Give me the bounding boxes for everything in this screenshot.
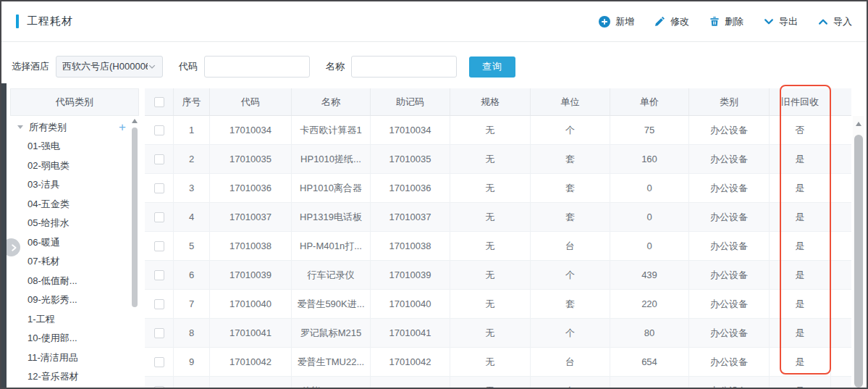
table-cell: HP-M401n打... [292,232,371,260]
row-checkbox-cell [145,232,174,260]
table-cell: 罗记鼠标M215 [292,319,371,347]
sidebar-scrollbar-thumb[interactable] [132,127,138,307]
table-scrollbar[interactable] [853,116,864,388]
table-row[interactable]: 117010034卡西欧计算器117010034无个75办公设备否 [145,116,851,145]
hotel-select-label: 选择酒店 [12,60,49,73]
table-row[interactable]: 1017010043佳能IPF510（17010043无套115办公设备是 [145,377,851,388]
table-cell: 17010041 [210,319,292,347]
table-cell: 1 [174,116,210,144]
row-checkbox[interactable] [154,212,164,222]
table-cell: 80 [610,319,689,347]
scroll-up-icon[interactable] [856,122,861,126]
table-cell: 无 [450,145,531,173]
row-checkbox[interactable] [154,183,164,193]
table-row[interactable]: 717010040爱普生590K进...17010040无套220办公设备是 [145,290,851,319]
table-row[interactable]: 217010035HP1010搓纸...17010035无套160办公设备是 [145,145,851,174]
hotel-select[interactable]: 西软六号店(H000006 [56,56,163,78]
row-checkbox-cell [145,261,174,289]
sidebar-scrollbar[interactable] [130,119,139,388]
row-filler [831,116,851,144]
sidebar-item[interactable]: 1-工程 [10,310,129,330]
row-checkbox[interactable] [154,386,164,388]
table-row[interactable]: 417010037HP1319电话板17010037无套0办公设备是 [145,203,851,232]
table-cell: 是 [770,290,831,318]
table-row[interactable]: 617010039行车记录仪17010039无个439办公设备是 [145,261,851,290]
row-checkbox[interactable] [154,299,164,309]
select-all-checkbox[interactable] [154,97,164,107]
row-checkbox[interactable] [154,241,164,251]
toolbar-button-label: 修改 [670,15,689,28]
table-cell: 75 [610,116,689,144]
table-cell: 办公设备 [689,319,770,347]
chevron-right-icon [9,243,18,252]
toolbar-button-label: 导入 [833,15,852,28]
table-cell: 17010037 [210,203,292,231]
table-cell: 个 [531,261,610,289]
sidebar-item[interactable]: 09-光影秀... [10,290,129,310]
table-cell: 套 [531,203,610,231]
row-filler [831,348,851,376]
import-button[interactable]: 导入 [818,15,852,28]
edit-button[interactable]: 修改 [654,15,689,28]
table-cell: 无 [450,290,531,318]
pencil-icon [654,16,665,27]
sidebar-item[interactable]: 02-弱电类 [10,156,129,176]
table-cell: 办公设备 [689,116,770,144]
table-scrollbar-thumb[interactable] [854,135,863,388]
table-cell: 17010035 [371,145,450,173]
row-checkbox[interactable] [154,270,164,280]
table-cell: 17010034 [210,116,292,144]
table-cell: 17010042 [371,348,450,376]
row-checkbox[interactable] [154,125,164,135]
sidebar-item[interactable]: 03-洁具 [10,175,129,195]
table-row[interactable]: 817010041罗记鼠标M21517010041无个80办公设备是 [145,319,851,348]
row-checkbox-cell [145,174,174,202]
row-checkbox-cell [145,203,174,231]
column-header: 单位 [531,88,610,115]
sidebar-item[interactable]: 12-音乐器材 [10,367,129,387]
table-cell: 无 [450,174,531,202]
row-checkbox[interactable] [154,357,164,367]
toolbar: 新增修改删除导出导入 [599,15,852,28]
engineering-consumables-page: 工程耗材 新增修改删除导出导入 选择酒店 西软六号店(H000006 代码 名称… [0,0,868,389]
tree-root-all-categories[interactable]: 所有类别 + [10,117,129,137]
table-cell: 办公设备 [689,290,770,318]
sidebar-item[interactable]: 10-使用部... [10,329,129,348]
table-cell: 17010042 [210,348,292,376]
sidebar-item[interactable]: 08-低值耐... [10,272,129,291]
table-cell: 17010041 [371,319,450,347]
sidebar-item[interactable]: 06-暖通 [10,233,129,253]
scroll-up-icon[interactable] [132,119,138,123]
table-cell: 个 [531,319,610,347]
sidebar-item[interactable]: 11-清洁用品 [10,348,129,368]
row-filler [831,290,851,318]
row-checkbox[interactable] [154,154,164,164]
table-row[interactable]: 317010036HP1010离合器17010036无套0办公设备是 [145,174,851,203]
chevron-down-icon [148,62,156,71]
toolbar-button-label: 导出 [779,15,798,28]
table-row[interactable]: 917010042爱普生TMU22...17010042无台654办公设备是 [145,348,851,377]
sidebar-item[interactable]: 05-给排水 [10,214,129,233]
table-cell: 17010039 [210,261,292,289]
table-cell: 8 [174,319,210,347]
sidebar-item[interactable]: 07-耗材 [10,252,129,272]
row-checkbox[interactable] [154,328,164,338]
table-cell: HP1319电话板 [292,203,371,231]
code-input[interactable] [204,56,310,78]
name-field-label: 名称 [326,60,345,73]
sidebar-item[interactable]: 04-五金类 [10,195,129,214]
add-button[interactable]: 新增 [599,15,634,28]
export-button[interactable]: 导出 [764,15,798,28]
name-input[interactable] [351,56,457,78]
table-cell: 17010037 [371,203,450,231]
search-button[interactable]: 查询 [469,57,515,78]
table-cell: 办公设备 [689,203,770,231]
chevron-down-icon [764,17,774,27]
add-category-icon[interactable]: + [119,121,126,133]
column-header: 助记码 [371,88,450,115]
delete-button[interactable]: 删除 [709,15,743,28]
row-filler [831,145,851,173]
sidebar-item[interactable]: 13-货架/铁柜 [10,387,129,388]
table-row[interactable]: 517010038HP-M401n打...17010038无台0办公设备是 [145,232,851,261]
sidebar-item[interactable]: 01-强电 [10,137,129,156]
